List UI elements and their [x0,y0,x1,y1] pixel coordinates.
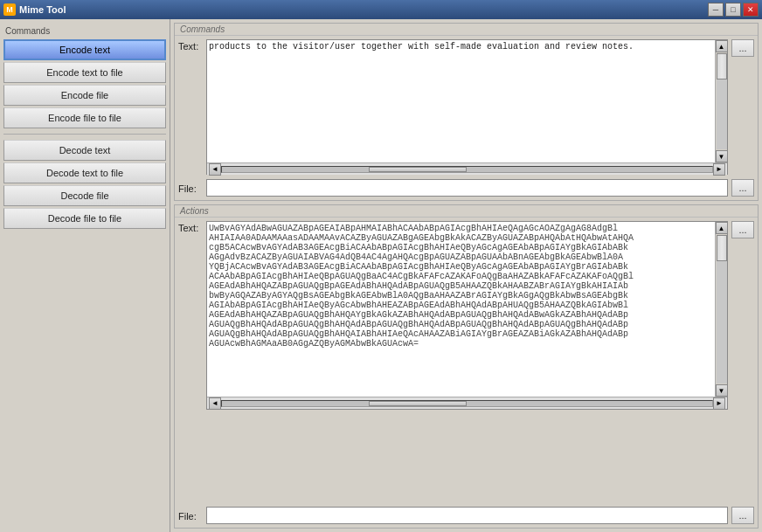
encode-hscroll-left[interactable]: ◄ [209,163,221,176]
encode-panel-body: Text: ▲ ▼ [175,36,758,200]
encode-vscroll-up[interactable]: ▲ [716,40,728,52]
decode-textarea-with-scroll: ▲ ▼ [207,222,727,397]
encode-text-browse-button[interactable]: ... [731,39,754,57]
sidebar-item-decode-file[interactable]: Decode file [3,185,166,206]
encode-file-label: File: [178,182,203,194]
encode-vscroll: ▲ ▼ [715,40,727,162]
decode-vscroll-thumb [717,235,727,261]
encode-textarea-container: ▲ ▼ ◄ ► [206,39,728,175]
encode-vscroll-thumb [717,53,727,79]
decode-panel-body: Text: ▲ ▼ [175,218,758,528]
sidebar-separator [3,134,166,135]
title-bar-left: M Mime Tool [3,3,66,16]
encode-panel: Commands Text: ▲ ▼ [174,23,759,201]
app-icon: M [3,3,16,16]
sidebar-item-encode-text-to-file[interactable]: Encode text to file [3,62,166,83]
decode-text-browse-button[interactable]: ... [731,221,754,238]
decode-hscroll-right[interactable]: ► [713,397,725,410]
main-window: Commands Encode text Encode text to file… [0,19,762,532]
decode-text-row: Text: ▲ ▼ [178,221,754,504]
decode-vscroll-up[interactable]: ▲ [716,222,728,234]
sidebar-item-encode-file[interactable]: Encode file [3,85,166,106]
encode-hscroll-right[interactable]: ► [713,163,725,176]
encode-hscroll-thumb [369,167,467,172]
encode-textarea-with-scroll: ▲ ▼ [207,40,727,162]
maximize-button[interactable]: □ [725,3,741,17]
decode-vscroll-track [717,235,727,383]
decode-vscroll-down[interactable]: ▼ [716,384,728,397]
window-controls: ─ □ ✕ [708,3,759,17]
decode-file-browse-button[interactable]: ... [731,507,754,524]
title-bar: M Mime Tool ─ □ ✕ [0,0,762,19]
sidebar-item-encode-file-to-file[interactable]: Encode file to file [3,107,166,128]
decode-panel: Actions Text: ▲ ▼ [174,204,759,529]
content-area: Commands Text: ▲ ▼ [170,19,762,532]
encode-text-row: Text: ▲ ▼ [178,39,754,175]
encode-file-row: File: ... [178,179,754,197]
decode-text-input[interactable] [207,222,715,397]
sidebar-item-encode-text[interactable]: Encode text [3,39,166,60]
encode-vscroll-track [717,53,727,149]
encode-hscroll-track [221,166,713,173]
decode-panel-title: Actions [175,205,758,218]
app-title: Mime Tool [19,4,66,15]
decode-file-input[interactable] [206,507,728,524]
decode-file-label: File: [178,509,203,522]
encode-panel-title: Commands [175,24,758,36]
encode-text-input[interactable] [207,40,715,162]
decode-textarea-container: ▲ ▼ ◄ ► [206,221,728,410]
decode-hscroll: ◄ ► [207,397,727,409]
sidebar-item-decode-text-to-file[interactable]: Decode text to file [3,162,166,183]
decode-hscroll-track [221,400,713,407]
sidebar-item-decode-text[interactable]: Decode text [3,140,166,161]
decode-file-row: File: ... [178,507,754,524]
encode-hscroll: ◄ ► [207,162,727,175]
encode-text-label: Text: [178,39,203,52]
minimize-button[interactable]: ─ [708,3,724,17]
decode-vscroll: ▲ ▼ [715,222,727,397]
close-button[interactable]: ✕ [743,3,759,17]
encode-vscroll-down[interactable]: ▼ [716,150,728,162]
decode-hscroll-thumb [369,401,467,406]
encode-file-browse-button[interactable]: ... [731,179,754,197]
sidebar: Commands Encode text Encode text to file… [0,19,170,532]
encode-file-input[interactable] [206,179,728,197]
decode-hscroll-left[interactable]: ◄ [209,397,221,410]
sidebar-group-label: Commands [5,26,164,36]
decode-text-label: Text: [178,221,203,233]
sidebar-item-decode-file-to-file[interactable]: Decode file to file [3,208,166,229]
